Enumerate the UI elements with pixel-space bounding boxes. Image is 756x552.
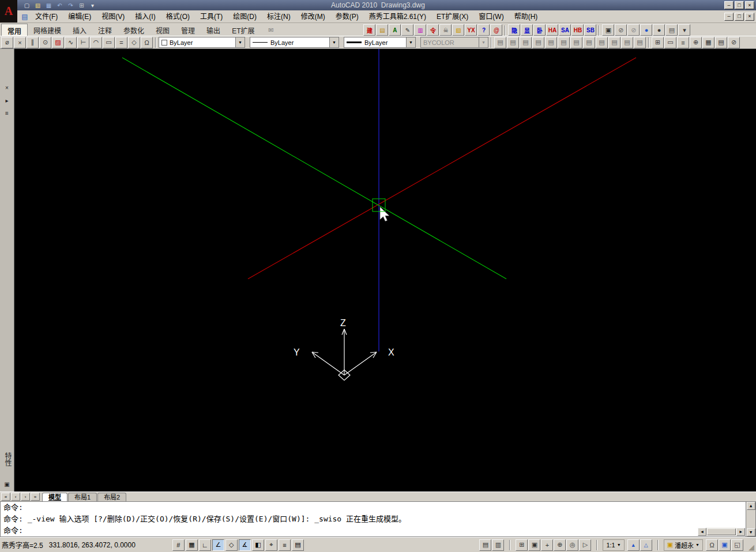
layer-on-icon[interactable]: ▤ [621,37,633,48]
layer-delete-icon[interactable]: ▤ [608,37,620,48]
menu-item[interactable]: 编辑(E) [63,11,96,22]
construction-line-icon[interactable]: ⌀ [1,37,13,48]
menu-item[interactable]: 格式(O) [161,11,195,22]
freeze-layer-icon[interactable]: 卧 [533,24,546,36]
paste-icon[interactable]: ▣ [602,24,614,36]
menu-item[interactable]: 插入(I) [130,11,160,22]
qat-menu-icon[interactable]: ▾ [88,1,97,9]
prev-tab-button[interactable]: ‹ [11,493,20,501]
lineweight-combobox[interactable]: ByLayer ▼ [344,37,416,48]
redo-icon[interactable]: ↷ [66,1,76,9]
menu-item[interactable]: 燕秀工具箱2.61(Y) [364,11,431,22]
command-panel[interactable]: 命令: 命令: _-view 输入选项 [?/删除(D)/正交(O)/恢复(R)… [0,501,756,537]
command-hscrollbar[interactable]: ◀ ▶ [698,528,745,536]
model-space-button[interactable]: ▤ [479,539,491,551]
ribbon-tab[interactable]: 插入 [67,24,92,36]
arc-icon[interactable]: ◠ [90,37,102,48]
ribbon-tab[interactable]: 常用 [1,24,28,36]
minimize-button[interactable]: – [724,1,734,9]
scroll-left-icon[interactable]: ◀ [698,528,706,536]
save-icon[interactable]: ▦ [44,1,54,9]
field-icon[interactable]: ▤ [715,37,727,48]
osnap-toggle[interactable]: ◇ [225,539,238,551]
area-icon[interactable]: ▭ [664,37,676,48]
yx-folder-icon[interactable]: ▧ [452,24,464,36]
chevron-down-icon[interactable]: ▼ [329,37,338,47]
maximize-button[interactable]: □ [735,1,744,9]
annotation-scale-button[interactable]: 1:1 ▼ [603,539,624,551]
hb-layer-icon[interactable]: HB [571,24,584,36]
steering-wheel-button[interactable]: ◎ [566,539,578,551]
quick-view-drawings-button[interactable]: ▣ [528,539,540,551]
lock-position-icon[interactable]: Ω [141,37,153,48]
ribbon-tab[interactable]: 网格建模 [28,24,67,36]
quick-view-layouts-button[interactable]: ⊞ [516,539,528,551]
yx-layers-icon[interactable]: ▤ [376,24,388,36]
menu-item[interactable]: 窗口(W) [473,11,509,22]
layout-tab[interactable]: 布局1 [68,493,97,501]
paper-space-button[interactable]: ▥ [492,539,504,551]
last-tab-button[interactable]: » [31,493,40,501]
yx-pen-icon[interactable]: ✎ [401,24,413,36]
osnap-marker-icon[interactable]: ◇ [128,37,140,48]
layer-freeze-icon[interactable]: ▤ [520,37,532,48]
annotation-visibility-button[interactable]: ▲ [627,539,640,551]
yx-build-icon[interactable]: 建 [363,24,375,36]
plot-icon[interactable]: ⊞ [77,1,86,9]
palette-close-icon[interactable]: × [2,84,12,92]
next-tab-button[interactable]: › [21,493,30,501]
first-tab-button[interactable]: « [1,493,10,501]
yx-command-icon[interactable]: 令 [427,24,439,36]
named-views-icon[interactable]: ▤ [665,24,678,36]
menu-item[interactable]: 修改(M) [296,11,330,22]
menu-item[interactable]: ET扩展(X) [431,11,473,22]
menu-item[interactable]: 标注(N) [262,11,296,22]
toolbar-lock-icon[interactable]: Ω [706,539,718,551]
lineweight-toggle[interactable]: ≡ [279,539,291,551]
pan-button[interactable]: + [541,539,553,551]
show-motion-button[interactable]: ▷ [579,539,591,551]
ribbon-tab[interactable]: 管理 [175,24,201,36]
hatch-icon[interactable]: ▨ [52,37,64,48]
properties-palette-bar[interactable]: × ▸ ≡ 特性 ▣ [0,49,14,491]
color-combobox[interactable]: ByLayer ▼ [159,37,245,48]
ha-layer-icon[interactable]: HA [546,24,558,36]
ribbon-tab[interactable]: 视图 [150,24,175,36]
scroll-down-icon[interactable]: ▼ [747,528,755,536]
palette-menu-icon[interactable]: ≡ [2,109,12,118]
layer-off-icon[interactable]: ▤ [507,37,519,48]
ribbon-tab[interactable]: 输出 [201,24,226,36]
show-layer-icon[interactable]: 显 [521,24,533,36]
user-menu[interactable]: ▣ 潘超永 ▼ [664,539,703,551]
menu-item[interactable]: 视图(V) [96,11,130,22]
quickprops-toggle[interactable]: ▤ [292,539,304,551]
yx-about-icon[interactable]: @ [490,24,502,36]
sb-layer-icon[interactable]: SB [584,24,596,36]
layout-tab[interactable]: 布局2 [97,493,126,501]
chevron-down-icon[interactable]: ▼ [235,37,245,47]
layer-previous-icon[interactable]: ▤ [570,37,582,48]
sa-layer-icon[interactable]: SA [559,24,571,36]
yx-text-style-icon[interactable]: A [389,24,401,36]
layer-isolate-icon[interactable]: ▤ [494,37,506,48]
clean-screen-button[interactable]: ◱ [731,539,743,551]
palette-autohide-icon[interactable]: ▸ [2,96,12,105]
yx-colorbar-icon[interactable]: ▥ [414,24,426,36]
otrack-toggle[interactable]: ∡ [239,539,251,551]
ribbon-tab[interactable]: 参数化 [118,24,150,36]
quickcalc-icon[interactable]: ▦ [702,37,714,48]
menu-item[interactable]: 文件(F) [30,11,63,22]
dyn-toggle[interactable]: ⌖ [265,539,277,551]
linetype-combobox[interactable]: ByLayer ▼ [250,37,339,48]
polar-toggle[interactable]: ∠ [212,539,224,551]
panel-dropdown-icon[interactable]: ▾ [678,24,690,36]
layer-merge-icon[interactable]: ▤ [596,37,608,48]
annotation-autoscale-button[interactable]: △ [640,539,652,551]
erase-icon[interactable]: × [14,37,26,48]
autocad-logo-icon[interactable]: A [0,0,17,22]
zoom-window-icon[interactable]: ⊘ [728,37,740,48]
spline-icon[interactable]: ∿ [65,37,77,48]
open-icon[interactable]: ▧ [33,1,43,9]
layer-walk-icon[interactable]: ▤ [545,37,557,48]
yx-skull-icon[interactable]: ☠ [439,24,452,36]
